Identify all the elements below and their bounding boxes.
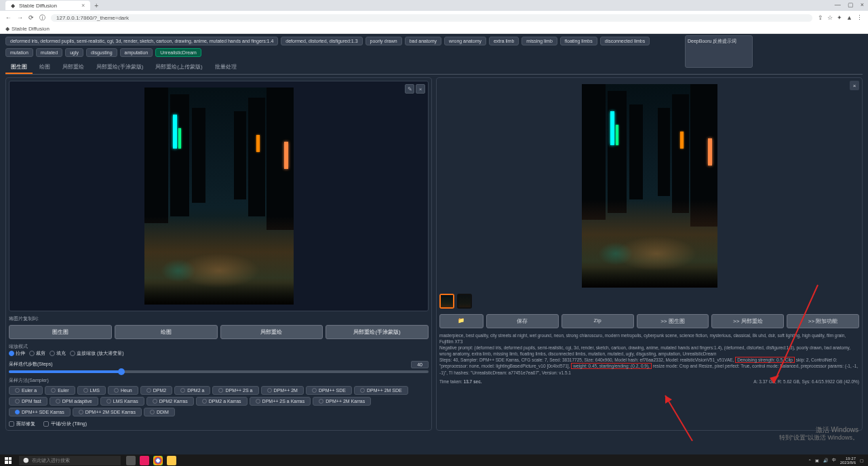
neg-chip[interactable]: missing limb [521, 37, 557, 45]
edit-icon[interactable]: ✎ [405, 84, 414, 94]
app-icon-1[interactable] [140, 456, 149, 465]
output-action-button[interactable]: 📁 [439, 314, 484, 328]
profile-icon[interactable]: ▲ [846, 14, 852, 21]
chrome-icon[interactable] [153, 456, 163, 465]
window-close-icon[interactable]: × [861, 1, 864, 8]
search-icon: ⚪ [23, 458, 29, 463]
output-image-preview[interactable] [439, 81, 859, 291]
thumbnail-2[interactable] [457, 294, 472, 309]
copy-action-button[interactable]: 图生图 [9, 325, 112, 339]
menu-icon[interactable]: ⋮ [856, 14, 863, 21]
steps-slider[interactable] [9, 370, 429, 373]
sampler-option[interactable]: DPM++ SDE [306, 386, 352, 395]
nav-forward-icon[interactable]: → [17, 14, 23, 21]
tray-volume-icon[interactable]: 🔊 [823, 458, 828, 463]
input-image-preview[interactable]: ✎ × [9, 81, 429, 311]
tiling-checkbox[interactable]: 平铺/分块 (Tiling) [43, 421, 87, 427]
neg-chip[interactable]: ugly [65, 48, 83, 57]
copy-action-button[interactable]: 局部重绘(手涂蒙版) [326, 325, 429, 339]
sampler-option[interactable]: DPM2 Karras [146, 397, 194, 406]
neg-chip[interactable]: bad anatomy [405, 37, 441, 45]
scale-option[interactable]: 拉伸 [9, 350, 25, 357]
sampler-option[interactable]: DPM++ 2M [261, 386, 304, 395]
sampler-option[interactable]: DPM adaptive [50, 397, 98, 406]
neg-chip[interactable]: wrong anatomy [444, 37, 486, 45]
sampler-option[interactable]: DPM++ 2S a [212, 386, 258, 395]
neg-chip[interactable]: disconnected limbs [600, 37, 650, 45]
sub-tab[interactable]: 局部重绘(手涂蒙版) [91, 61, 149, 74]
sampler-option[interactable]: LMS Karras [100, 397, 144, 406]
tray-notifications-icon[interactable]: ▢ [860, 458, 864, 463]
neg-chip[interactable]: extra limb [489, 37, 519, 45]
output-action-button[interactable]: >> 附加功能 [787, 314, 859, 328]
face-restore-checkbox[interactable]: 面部修复 [9, 421, 35, 427]
neg-chip[interactable]: disgusting [86, 48, 117, 57]
output-action-button[interactable]: >> 图生图 [637, 314, 709, 328]
sub-tab[interactable]: 局部重绘(上传蒙版) [150, 61, 208, 74]
sampler-option[interactable]: DPM++ 2S a Karras [250, 397, 311, 406]
sub-tab[interactable]: 绘图 [34, 61, 56, 74]
new-tab-button[interactable]: + [94, 2, 98, 9]
tray-network-icon[interactable]: ▣ [815, 458, 819, 463]
nav-reload-icon[interactable]: ⟳ [28, 14, 34, 21]
sampler-option[interactable]: LMS [77, 386, 106, 395]
output-action-button[interactable]: Zip [561, 314, 634, 328]
scale-option[interactable]: 直接缩放 (放大潜变量) [70, 350, 124, 357]
tray-ime-icon[interactable]: 中 [832, 457, 836, 463]
neg-chip[interactable]: mutated [36, 48, 62, 57]
sampler-option[interactable]: DDIM [144, 408, 175, 416]
steps-value[interactable]: 40 [411, 361, 429, 368]
time-taken-label: Time taken: [439, 379, 462, 384]
sampler-option[interactable]: DPM++ 2M SDE Karras [73, 408, 142, 416]
start-button[interactable] [0, 454, 16, 466]
explorer-icon[interactable] [167, 456, 176, 465]
sampler-option[interactable]: Heun [108, 386, 138, 395]
tray-up-icon[interactable]: ^ [809, 459, 811, 463]
sampler-option[interactable]: DPM++ 2M Karras [313, 397, 371, 406]
neg-chip[interactable]: deformed, distorted, disfigured:1.3 [281, 37, 362, 45]
copy-action-button[interactable]: 局部重绘 [220, 325, 323, 339]
taskbar-search[interactable]: ⚪ 在此键入进行搜索 [19, 456, 121, 465]
sampler-option[interactable]: DPM++ SDE Karras [9, 408, 71, 416]
neg-chip[interactable]: mutation [5, 48, 33, 57]
memory-info: A: 3.37 GB, R: 5.62 GB, Sys: 6.4/15.9922… [753, 378, 859, 385]
window-minimize-icon[interactable]: — [835, 1, 841, 8]
steps-label: 采样迭代步数(Steps) [9, 361, 53, 368]
sampler-option[interactable]: DPM++ 2M SDE [354, 386, 408, 395]
neg-chip[interactable]: amputation [120, 48, 153, 57]
share-icon[interactable]: ⇪ [818, 14, 823, 21]
sampler-option[interactable]: DPM2 a [174, 386, 210, 395]
neg-chip[interactable]: floating limbs [560, 37, 597, 45]
sampler-option[interactable]: Euler a [9, 386, 43, 395]
neg-chip[interactable]: UnrealisticDream [155, 48, 201, 57]
sub-tab[interactable]: 图生图 [5, 61, 33, 74]
info-icon[interactable]: ⓘ [39, 14, 45, 22]
copy-action-button[interactable]: 绘图 [115, 325, 218, 339]
output-action-button[interactable]: >> 局部重绘 [711, 314, 784, 328]
sub-tab[interactable]: 局部重绘 [57, 61, 90, 74]
output-action-button[interactable]: 保存 [486, 314, 559, 328]
star-icon[interactable]: ☆ [827, 14, 833, 21]
tray-clock[interactable]: 19:27 2023/8/6 [840, 457, 856, 465]
neg-chip[interactable]: poorly drawn [366, 37, 402, 45]
scale-option[interactable]: 填充 [50, 350, 66, 357]
close-output-icon[interactable]: × [850, 81, 859, 90]
deepbooru-button[interactable]: DeepBooru 反推提示词 [685, 35, 753, 68]
nav-back-icon[interactable]: ← [5, 14, 12, 21]
extensions-icon[interactable]: ✦ [837, 14, 842, 21]
sub-tab[interactable]: 批量处理 [210, 61, 242, 74]
taskview-icon[interactable] [126, 456, 136, 465]
browser-tab[interactable]: ◆ Stable Diffusion × [5, 1, 90, 10]
sampler-option[interactable]: Euler [45, 386, 75, 395]
sampler-option[interactable]: DPM2 a Karras [196, 397, 248, 406]
clear-icon[interactable]: × [416, 84, 425, 94]
url-input[interactable]: 127.0.0.1:7860/?_theme=dark [51, 14, 812, 22]
sampler-option[interactable]: DPM2 [140, 386, 172, 395]
window-maximize-icon[interactable]: ▢ [848, 1, 854, 8]
tab-close-icon[interactable]: × [81, 2, 85, 9]
bookmark-item[interactable]: ◆ Stable Diffusion [5, 26, 50, 32]
sampler-option[interactable]: DPM fast [9, 397, 47, 406]
scale-option[interactable]: 裁剪 [29, 350, 45, 357]
neg-chip[interactable]: deformed iris, deformed pupils, semi-rea… [5, 37, 278, 45]
thumbnail-1[interactable] [439, 294, 454, 309]
